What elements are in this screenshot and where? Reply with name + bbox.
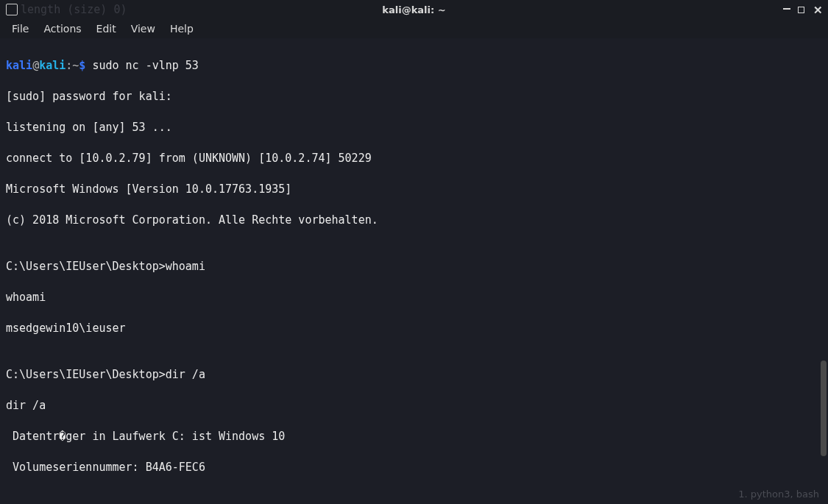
output-line: Datentr�ger in Laufwerk C: ist Windows 1… [6,429,822,444]
output-line: Microsoft Windows [Version 10.0.17763.19… [6,182,822,197]
output-line: msedgewin10\ieuser [6,321,822,336]
output-line: connect to [10.0.2.79] from (UNKNOWN) [1… [6,151,822,166]
menu-file[interactable]: File [6,21,35,36]
window-title: kali@kali: ~ [382,4,445,15]
output-line: (c) 2018 Microsoft Corporation. Alle Rec… [6,213,822,228]
scrollbar-thumb[interactable] [821,361,827,456]
status-tab-indicator[interactable]: 1. python3, bash [738,489,819,500]
prompt-path: ~ [72,59,79,72]
prompt-host: kali [39,59,66,72]
prompt-line: kali@kali:~$ sudo nc -vlnp 53 [6,58,822,74]
output-line: C:\Users\IEUser\Desktop>whoami [6,259,822,274]
window-titlebar: length (size) 0) kali@kali: ~ ✕ [0,0,828,19]
output-line: dir /a [6,398,822,414]
terminal-scrollbar[interactable] [821,44,827,493]
menu-help[interactable]: Help [164,21,199,36]
prompt-colon: : [66,59,72,72]
menu-edit[interactable]: Edit [91,21,122,36]
menu-view[interactable]: View [125,21,161,36]
output-line: whoami [6,290,822,305]
output-line: [sudo] password for kali: [6,89,822,104]
output-line: C:\Users\IEUser\Desktop>dir /a [6,367,822,383]
output-line: listening on [any] 53 ... [6,120,822,135]
output-line: Volumeseriennummer: B4A6-FEC6 [6,460,822,475]
minimize-button[interactable] [783,8,790,10]
background-faded-text: length (size) 0) [21,3,127,16]
maximize-button[interactable] [798,7,804,13]
close-button[interactable]: ✕ [812,4,824,15]
terminal-icon [6,4,18,15]
menu-actions[interactable]: Actions [38,21,87,36]
menubar: File Actions Edit View Help [0,19,828,38]
prompt-at: @ [32,59,39,72]
prompt-command: sudo nc -vlnp 53 [85,59,199,72]
window-controls: ✕ [783,4,824,15]
terminal-output[interactable]: kali@kali:~$ sudo nc -vlnp 53 [sudo] pas… [0,38,828,504]
prompt-user: kali [6,59,32,72]
